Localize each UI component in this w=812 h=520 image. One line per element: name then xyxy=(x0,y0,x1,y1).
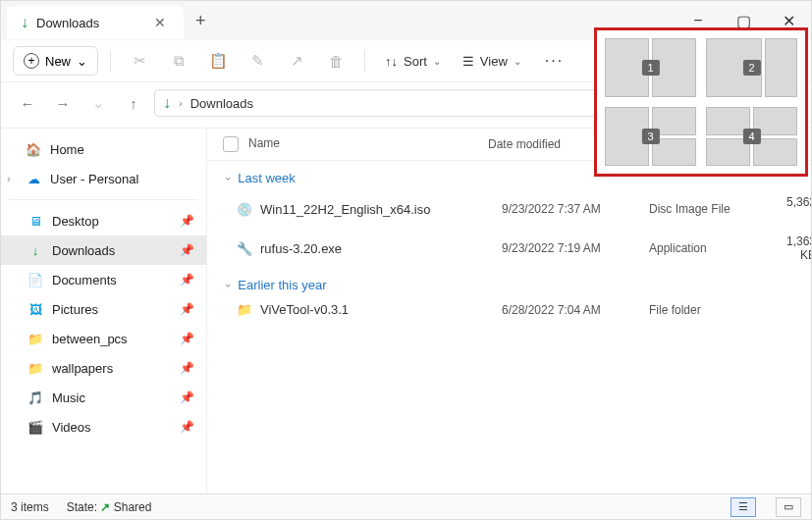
shared-icon: ↗ xyxy=(100,500,110,514)
sidebar-item-downloads[interactable]: ↓Downloads📌 xyxy=(1,235,206,265)
plus-circle-icon: + xyxy=(24,53,39,69)
file-name: Win11_22H2_English_x64.iso xyxy=(260,202,430,217)
sidebar: 🏠 Home › ☁ User - Personal 🖥Desktop📌↓Dow… xyxy=(1,129,207,494)
group-header[interactable]: › Earlier this year xyxy=(207,268,811,296)
sidebar-item-label: Videos xyxy=(52,420,91,435)
content-pane: Name Date modified Type Size › Last week… xyxy=(207,129,811,494)
pin-icon[interactable]: 📌 xyxy=(180,302,194,316)
sidebar-item-label: wallpapers xyxy=(52,361,113,376)
file-name: rufus-3.20.exe xyxy=(260,241,342,256)
chevron-down-icon: › xyxy=(223,284,235,287)
file-size: 1,363 KB xyxy=(786,234,811,262)
recent-button[interactable]: ⌄ xyxy=(83,88,113,118)
file-name: ViVeTool-v0.3.1 xyxy=(260,302,349,317)
sidebar-item-label: Documents xyxy=(52,273,117,287)
sidebar-item-label: Music xyxy=(52,390,85,405)
pin-icon[interactable]: 📌 xyxy=(180,332,194,345)
more-button[interactable]: ··· xyxy=(535,52,573,70)
download-icon: ↓ xyxy=(21,14,28,31)
cut-icon[interactable]: ✂ xyxy=(123,46,156,76)
file-row[interactable]: 🔧rufus-3.20.exe9/23/2022 7:19 AMApplicat… xyxy=(207,229,811,268)
file-explorer-window: ↓ Downloads ✕ + − ▢ ✕ + New ⌄ ✂ ⧉ 📋 ✎ ↗ … xyxy=(0,0,812,520)
sidebar-item-home[interactable]: 🏠 Home xyxy=(1,134,206,164)
col-name: Name xyxy=(248,136,280,150)
pin-icon[interactable]: 📌 xyxy=(180,361,194,375)
close-tab-icon[interactable]: ✕ xyxy=(150,15,170,30)
tab-downloads[interactable]: ↓ Downloads ✕ xyxy=(7,6,184,39)
pin-icon[interactable]: 📌 xyxy=(180,243,194,257)
sidebar-item-desktop[interactable]: 🖥Desktop📌 xyxy=(1,206,206,235)
state-label: State: xyxy=(67,500,97,514)
icons-view-button[interactable]: ▭ xyxy=(776,497,801,517)
share-icon[interactable]: ↗ xyxy=(280,46,313,76)
chevron-right-icon[interactable]: › xyxy=(7,173,11,184)
file-type: Application xyxy=(649,241,786,255)
file-icon: 🔧 xyxy=(237,241,252,256)
sidebar-item-label: User - Personal xyxy=(50,172,138,186)
view-label: View xyxy=(480,54,508,69)
sidebar-item-label: between_pcs xyxy=(52,332,128,346)
pin-icon[interactable]: 📌 xyxy=(180,214,194,228)
sidebar-item-wallpapers[interactable]: 📁wallpapers📌 xyxy=(1,353,206,383)
new-button[interactable]: + New ⌄ xyxy=(13,46,98,76)
sidebar-item-label: Downloads xyxy=(52,243,115,258)
file-type: File folder xyxy=(649,303,786,317)
doc-icon: 📄 xyxy=(27,271,44,288)
snap-layout-option[interactable]: 1 xyxy=(605,38,696,97)
file-icon: 💿 xyxy=(237,202,252,217)
rename-icon[interactable]: ✎ xyxy=(241,46,274,76)
copy-icon[interactable]: ⧉ xyxy=(162,46,195,76)
snap-layouts-flyout: 1 2 3 4 xyxy=(594,27,808,177)
file-row[interactable]: 💿Win11_22H2_English_x64.iso9/23/2022 7:3… xyxy=(207,189,811,229)
details-view-button[interactable]: ☰ xyxy=(731,497,756,517)
sidebar-item-user[interactable]: › ☁ User - Personal xyxy=(1,164,206,193)
sort-icon: ↑↓ xyxy=(385,54,398,69)
chevron-down-icon: ⌄ xyxy=(433,56,441,67)
home-icon: 🏠 xyxy=(25,140,42,158)
chevron-down-icon: ⌄ xyxy=(77,54,87,69)
download-icon: ↓ xyxy=(163,94,171,112)
view-button[interactable]: ☰ View ⌄ xyxy=(455,50,529,73)
sidebar-item-label: Desktop xyxy=(52,214,99,229)
sidebar-item-music[interactable]: 🎵Music📌 xyxy=(1,383,206,412)
select-all-checkbox[interactable] xyxy=(223,136,239,152)
sort-button[interactable]: ↑↓ Sort ⌄ xyxy=(377,50,449,73)
paste-icon[interactable]: 📋 xyxy=(201,46,235,76)
delete-icon[interactable]: 🗑 xyxy=(319,46,352,76)
pin-icon[interactable]: 📌 xyxy=(180,390,194,404)
snap-layout-option[interactable]: 3 xyxy=(605,107,696,166)
pic-icon: 🖼 xyxy=(27,300,44,318)
new-tab-button[interactable]: + xyxy=(184,7,218,35)
sidebar-item-pictures[interactable]: 🖼Pictures📌 xyxy=(1,294,206,324)
view-icon: ☰ xyxy=(462,54,474,69)
sidebar-item-videos[interactable]: 🎬Videos📌 xyxy=(1,412,206,442)
forward-button[interactable]: → xyxy=(48,88,78,118)
file-size: 5,362,992 KB xyxy=(786,195,811,223)
snap-layout-option[interactable]: 4 xyxy=(706,107,797,166)
sidebar-item-between_pcs[interactable]: 📁between_pcs📌 xyxy=(1,324,206,353)
video-icon: 🎬 xyxy=(27,418,44,436)
sidebar-item-label: Home xyxy=(50,142,84,157)
file-row[interactable]: 📁ViVeTool-v0.3.16/28/2022 7:04 AMFile fo… xyxy=(207,296,811,323)
file-date: 9/23/2022 7:37 AM xyxy=(502,202,649,216)
onedrive-icon: ☁ xyxy=(25,170,42,187)
chevron-down-icon: ⌄ xyxy=(514,56,521,67)
file-date: 6/28/2022 7:04 AM xyxy=(502,303,649,317)
desktop-icon: 🖥 xyxy=(27,212,44,230)
sort-label: Sort xyxy=(404,54,427,69)
file-type: Disc Image File xyxy=(649,202,786,216)
sidebar-item-label: Pictures xyxy=(52,302,98,317)
file-icon: 📁 xyxy=(237,302,252,317)
breadcrumb-chevron-icon: › xyxy=(179,97,183,109)
pin-icon[interactable]: 📌 xyxy=(180,420,194,434)
music-icon: 🎵 xyxy=(27,389,44,406)
chevron-down-icon: › xyxy=(223,177,235,181)
up-button[interactable]: ↑ xyxy=(119,88,148,118)
pin-icon[interactable]: 📌 xyxy=(180,273,194,286)
dl-icon: ↓ xyxy=(27,241,44,259)
sidebar-item-documents[interactable]: 📄Documents📌 xyxy=(1,265,206,294)
tab-title: Downloads xyxy=(36,16,142,30)
back-button[interactable]: ← xyxy=(13,88,42,118)
folder-icon: 📁 xyxy=(27,330,44,347)
snap-layout-option[interactable]: 2 xyxy=(706,38,797,97)
